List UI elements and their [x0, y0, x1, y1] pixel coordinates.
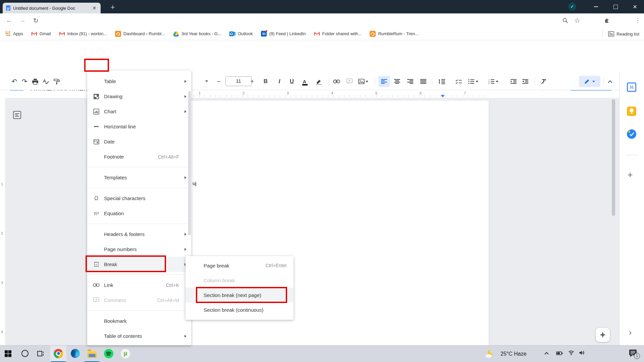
- insert-menu-item-equation[interactable]: π² Equation: [87, 206, 191, 221]
- weather-text[interactable]: 25°C Haze: [500, 346, 527, 362]
- horizontal-line-icon: [92, 126, 101, 127]
- menu-scrollbar[interactable]: [188, 91, 191, 235]
- insert-menu-item-drawing[interactable]: Drawing: [87, 89, 191, 104]
- battery-tray-icon[interactable]: [556, 351, 563, 357]
- bulleted-list-button[interactable]: [466, 76, 480, 87]
- insert-menu-item-headers-footers[interactable]: Headers & footers: [87, 227, 191, 242]
- ruler-indent-marker[interactable]: [441, 95, 445, 98]
- cortana-button[interactable]: [17, 346, 33, 361]
- insert-link-icon[interactable]: [331, 76, 342, 87]
- start-button[interactable]: [0, 346, 16, 361]
- align-center-button[interactable]: [391, 76, 403, 87]
- numbered-list-button[interactable]: 123: [486, 76, 500, 87]
- taskbar-explorer-icon[interactable]: [84, 346, 100, 361]
- bookmark-apps[interactable]: Apps: [5, 31, 23, 37]
- google-calendar-icon[interactable]: 31: [627, 82, 637, 93]
- insert-menu-item-link[interactable]: Link Ctrl+K: [87, 278, 191, 293]
- bookmark-rumblerum[interactable]: RumbleRum - Tren...: [370, 31, 419, 37]
- undo-icon[interactable]: ↶: [9, 76, 20, 87]
- bookmark-dashboard[interactable]: Dashboard ‹ Rumbl...: [115, 31, 165, 37]
- task-view-button[interactable]: [33, 346, 49, 361]
- forward-icon[interactable]: →: [17, 13, 28, 27]
- insert-menu-item-break[interactable]: Break: [87, 257, 191, 272]
- document-text[interactable]: uj: [193, 180, 197, 186]
- bookmark-inbox[interactable]: Inbox (91) - workin...: [59, 31, 107, 37]
- taskbar-utorrent-icon[interactable]: µ: [117, 346, 133, 361]
- clear-formatting-icon[interactable]: [538, 76, 549, 87]
- print-icon[interactable]: [30, 76, 41, 87]
- back-icon[interactable]: ←: [3, 13, 15, 27]
- wifi-tray-icon[interactable]: [568, 350, 574, 357]
- reload-icon[interactable]: ↻: [30, 13, 42, 27]
- justify-button[interactable]: [418, 76, 429, 87]
- font-size-decrease-button[interactable]: −: [214, 76, 223, 87]
- spelling-check-icon[interactable]: A: [40, 76, 52, 87]
- google-keep-icon[interactable]: [627, 107, 637, 117]
- insert-menu-item-table-of-contents[interactable]: Table of contents: [87, 328, 191, 344]
- notification-center-icon[interactable]: 1: [629, 349, 639, 359]
- show-outline-icon[interactable]: [13, 111, 21, 121]
- bookmark-star-icon[interactable]: ☆: [572, 13, 583, 27]
- underline-button[interactable]: U: [286, 76, 298, 87]
- font-family-dropdown-icon[interactable]: [205, 80, 208, 82]
- submenu-item-section-break-continuous[interactable]: Section break (continuous): [185, 302, 293, 317]
- document-scrollbar[interactable]: [612, 99, 615, 216]
- submenu-item-section-break-next-page[interactable]: Section break (next page): [185, 288, 293, 302]
- add-addon-button[interactable]: +: [628, 170, 633, 180]
- weather-icon[interactable]: [483, 346, 496, 361]
- align-left-button[interactable]: [378, 76, 390, 87]
- insert-menu-item-special-characters[interactable]: Ω Special characters: [87, 191, 191, 206]
- bookmark-gmail[interactable]: Gmail: [31, 31, 51, 37]
- browser-tab[interactable]: Untitled document - Google Doc ✕: [3, 3, 101, 13]
- taskbar-spotify-icon[interactable]: [101, 346, 117, 361]
- bookmark-linkedin-feed[interactable]: in (9) Feed | LinkedIn: [261, 31, 306, 37]
- checklist-button[interactable]: [453, 76, 464, 87]
- insert-menu-item-horizontal-line[interactable]: Horizontal line: [87, 119, 191, 134]
- line-spacing-icon[interactable]: [436, 76, 447, 87]
- vertical-ruler[interactable]: 1 2 3 4: [0, 98, 5, 345]
- extensions-puzzle-icon[interactable]: [601, 13, 612, 27]
- new-tab-button[interactable]: +: [108, 3, 117, 12]
- insert-menu-item-page-numbers[interactable]: Page numbers: [87, 242, 191, 257]
- minimize-button[interactable]: [588, 0, 604, 13]
- bold-button[interactable]: B: [260, 76, 271, 87]
- increase-indent-button[interactable]: [520, 76, 531, 87]
- maximize-button[interactable]: [607, 0, 624, 13]
- explore-button[interactable]: [596, 328, 610, 342]
- insert-menu-item-date[interactable]: Date: [87, 134, 191, 149]
- redo-icon[interactable]: ↷: [19, 76, 30, 87]
- bookmark-folder-shared[interactable]: Folder shared with...: [314, 31, 362, 37]
- insert-image-icon[interactable]: [357, 76, 370, 87]
- italic-button[interactable]: I: [274, 76, 285, 87]
- zoom-icon[interactable]: [559, 13, 571, 27]
- submenu-arrow-icon: [184, 80, 186, 83]
- insert-menu-item-footnote[interactable]: Footnote Ctrl+Alt+F: [87, 149, 191, 164]
- font-size-increase-button[interactable]: +: [248, 76, 257, 87]
- taskbar-chrome-icon[interactable]: [50, 346, 66, 361]
- volume-tray-icon[interactable]: [579, 350, 585, 357]
- insert-menu-item-templates[interactable]: Templates: [87, 170, 191, 185]
- highlight-color-icon[interactable]: [313, 76, 324, 87]
- insert-menu-item-table[interactable]: Table: [87, 74, 191, 89]
- insert-menu-item-bookmark[interactable]: Bookmark: [87, 313, 191, 328]
- close-button[interactable]: ✕: [627, 0, 643, 13]
- taskbar-edge-icon[interactable]: [67, 346, 83, 361]
- tab-close-icon[interactable]: ✕: [91, 5, 97, 11]
- paint-format-icon[interactable]: [51, 76, 62, 87]
- collapse-toolbar-icon[interactable]: [604, 76, 616, 87]
- bookmark-3rd-year-books[interactable]: 3rd Year books - G...: [173, 31, 221, 37]
- text-color-button[interactable]: A: [299, 76, 310, 87]
- reading-list-button[interactable]: Reading list: [602, 27, 639, 40]
- submenu-item-page-break[interactable]: Page break Ctrl+Enter: [185, 258, 293, 273]
- gmail-icon: [59, 31, 65, 37]
- google-tasks-icon[interactable]: [627, 129, 637, 139]
- decrease-indent-button[interactable]: [508, 76, 519, 87]
- ruler-number: 3: [287, 91, 289, 95]
- browser-menu-icon[interactable]: ⋮: [632, 13, 643, 27]
- insert-menu-item-chart[interactable]: Chart: [87, 104, 191, 119]
- align-right-button[interactable]: [405, 76, 416, 87]
- bookmark-outlook[interactable]: Outlook: [229, 31, 253, 37]
- hide-side-panel-icon[interactable]: ›: [629, 328, 632, 337]
- editing-mode-button[interactable]: [579, 76, 600, 87]
- hidden-icons-chevron[interactable]: [544, 350, 549, 356]
